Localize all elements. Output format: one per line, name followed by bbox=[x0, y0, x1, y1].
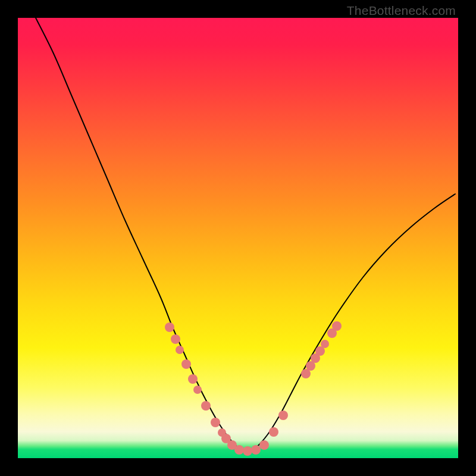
curve-svg bbox=[18, 18, 458, 458]
marker-dot bbox=[165, 322, 174, 332]
marker-dot bbox=[176, 346, 184, 354]
marker-dot bbox=[211, 418, 220, 427]
chart-frame: TheBottleneck.com bbox=[0, 0, 476, 476]
marker-dot bbox=[278, 411, 288, 420]
marker-dot bbox=[332, 321, 342, 331]
bottleneck-curve bbox=[36, 18, 455, 452]
marker-dot bbox=[201, 401, 211, 411]
plot-area bbox=[18, 18, 458, 458]
marker-dot bbox=[193, 386, 202, 394]
marker-dot bbox=[243, 446, 252, 456]
marker-dot bbox=[269, 427, 278, 437]
marker-dot bbox=[234, 445, 244, 455]
marker-dot bbox=[188, 374, 198, 384]
marker-dot bbox=[181, 359, 191, 369]
marker-dot bbox=[251, 445, 261, 455]
marker-dot bbox=[171, 334, 180, 344]
watermark-text: TheBottleneck.com bbox=[347, 4, 456, 18]
marker-dot bbox=[321, 340, 329, 348]
marker-dots bbox=[165, 321, 342, 456]
marker-dot bbox=[259, 440, 269, 450]
